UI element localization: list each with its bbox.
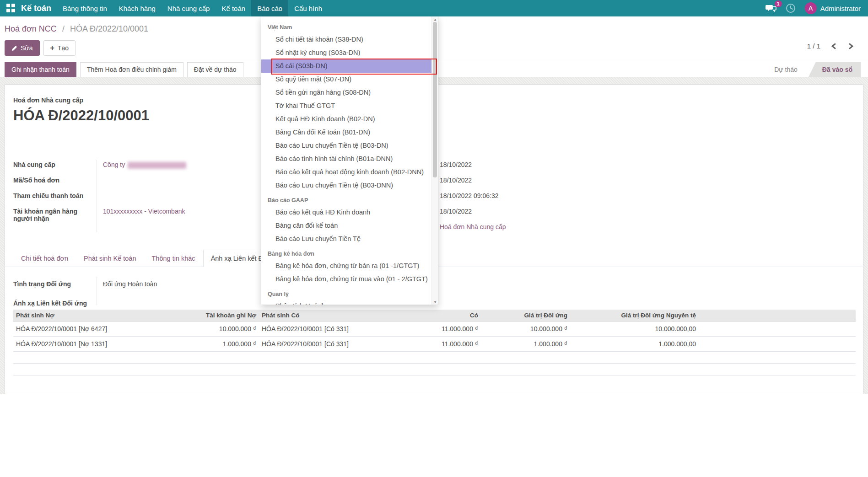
field-label: Tài khoản ngân hàng người nhận (13, 207, 97, 222)
cell: HÓA Đ/2022/10/0001 [Nợ 6427] (13, 322, 170, 337)
apps-menu-icon[interactable] (6, 4, 16, 13)
field-row-tai-khoan-ngan-hang-nguoi-nhan: Tài khoản ngân hàng người nhận101xxxxxxx… (13, 207, 288, 222)
nav-item-ke-toan[interactable]: Kế toán (216, 0, 251, 16)
right-field-group: 18/10/202218/10/202218/10/2022 09:06:321… (440, 161, 506, 239)
cell: HÓA Đ/2022/10/0001 [Có 331] (259, 337, 410, 352)
pager-next-icon[interactable] (847, 43, 854, 50)
app-name[interactable]: Kế toán (20, 0, 57, 16)
odoo-accounting-page: Kế toán Bảng thông tinKhách hàngNhà cung… (0, 0, 868, 477)
field-label: Tham chiếu thanh toán (13, 191, 97, 199)
top-navbar: Kế toán Bảng thông tinKhách hàngNhà cung… (0, 0, 868, 16)
field-label: Mã/Số hoá đơn (13, 176, 97, 184)
dropdown-section-viet-nam: Việt Nam (261, 22, 432, 33)
user-menu[interactable]: A Administrator (805, 2, 861, 14)
counterpart-status-field: Tình trạng Đối ứng Đối ứng Hoàn toàn (13, 279, 157, 288)
field-row-ma-so-hoa-don: Mã/Số hoá đơn (13, 176, 288, 191)
field-value-nha-cung-cap[interactable]: Công ty (103, 160, 186, 169)
column-header-phat-sinh-no[interactable]: Phát sinh Nợ (13, 310, 170, 322)
menu-item-so-tien-gui-ngan-hang-s08-dn[interactable]: Sổ tiền gửi ngân hàng (S08-DN) (261, 86, 432, 99)
menu-item-bang-can-doi-ke-toan[interactable]: Bảng cân đối kế toán (261, 219, 432, 232)
menu-item-bao-cao-tinh-hinh-tai-chinh-b01a-dnn[interactable]: Báo cáo tình hình tài chính (B01a-DNN) (261, 152, 432, 166)
stage-widget: Dự thảo Đã vào sổ (763, 62, 868, 77)
scrollbar-down-icon[interactable]: ▼ (432, 300, 438, 304)
action-button-ghi-nhan-thanh-toan[interactable]: Ghi nhận thanh toán (5, 62, 76, 77)
document-title: HÓA Đ/2022/10/0001 (13, 107, 149, 124)
action-button-them-hoa-don-dieu-chinh-giam[interactable]: Thêm Hoá đơn điều chỉnh giảm (80, 62, 183, 77)
cell: 11.000.000 ₫ (410, 322, 481, 337)
field-value: 18/10/2022 09:06:32 (440, 192, 506, 208)
table-row[interactable]: HÓA Đ/2022/10/0001 [Nợ 1331]1.000.000 ₫H… (13, 337, 856, 352)
menu-item-to-khai-thue-gtgt[interactable]: Tờ khai Thuế GTGT (261, 99, 432, 113)
cell: 1.000.000 ₫ (170, 337, 259, 352)
column-header-co[interactable]: Có (410, 310, 481, 322)
menu-item-bang-ke-hoa-don-chung-tu-ban-ra-01-1-gtgt[interactable]: Bảng kê hóa đơn, chứng từ bán ra (01 -1/… (261, 259, 432, 273)
dropdown-scrollbar[interactable]: ▲ ▼ (431, 16, 438, 305)
cell: 10.000.000,00 (570, 322, 699, 337)
column-header-tai-khoan-ghi-no[interactable]: Tài khoản ghi Nợ (170, 310, 259, 322)
pager: 1 / 1 (807, 42, 854, 50)
table-empty-row (13, 364, 856, 375)
menu-item-phan-tich-hoa-don[interactable]: Phân tích Hoá đơn (261, 300, 432, 305)
menu-item-bao-cao-luu-chuyen-tien-te-b03-dnn[interactable]: Báo cáo Lưu chuyển Tiền tệ (B03-DNN) (261, 179, 432, 192)
breadcrumb-parent-link[interactable]: Hoá đơn NCC (5, 24, 57, 33)
menu-item-so-nhat-ky-chung-s03a-dn[interactable]: Sổ nhật ký chung (S03a-DN) (261, 46, 432, 59)
cell: 1.000.000,00 (570, 337, 699, 352)
field-value[interactable]: Hoá đơn Nhà cung cấp (440, 223, 506, 239)
mapping-table-title: Ánh xạ Liên kết Đối ứng (13, 300, 87, 307)
menu-item-bao-cao-ket-qua-hd-kinh-doanh[interactable]: Báo cáo kết quả HĐ Kinh doanh (261, 206, 432, 219)
mapping-table: Phát sinh NợTài khoản ghi NợPhát sinh Có… (13, 310, 856, 375)
tab-chi-tiet-hoa-don[interactable]: Chi tiết hoá đơn (13, 250, 76, 267)
cell-spacer (699, 322, 856, 337)
messages-icon[interactable]: 1 (766, 4, 776, 13)
field-value: Đối ứng Hoàn toàn (103, 279, 157, 288)
column-header-gia-tri-doi-ung-nguyen-te[interactable]: Giá trị Đối ứng Nguyên tệ (570, 310, 699, 322)
stage-posted[interactable]: Đã vào sổ (809, 62, 861, 77)
cell: 10.000.000 ₫ (170, 322, 259, 337)
create-button[interactable]: + Tạo (43, 40, 75, 56)
reports-dropdown-menu: Việt NamSổ chi tiết tài khoản (S38-DN)Sổ… (261, 16, 438, 305)
menu-item-so-quy-tien-mat-s07-dn[interactable]: Sổ quỹ tiền mặt (S07-DN) (261, 73, 432, 86)
messages-count-badge: 1 (775, 0, 782, 7)
scrollbar-thumb[interactable] (433, 22, 437, 177)
stage-draft[interactable]: Dự thảo (763, 66, 809, 73)
tab-thong-tin-khac[interactable]: Thông tin khác (144, 250, 203, 267)
menu-item-so-cai-s03b-dn[interactable]: Sổ cái (S03b-DN) (261, 59, 432, 73)
activities-clock-icon[interactable] (786, 3, 796, 13)
menu-item-bao-cao-ket-qua-hoat-dong-kinh-doanh-b02-dnn[interactable]: Báo cáo kết quả hoạt động kinh doanh (B0… (261, 166, 432, 179)
nav-item-khach-hang[interactable]: Khách hàng (113, 0, 162, 16)
menu-item-bang-can-doi-ke-toan-b01-dn[interactable]: Bảng Cân đối Kế toán (B01-DN) (261, 126, 432, 139)
column-header-gia-tri-doi-ung[interactable]: Giá trị Đối ứng (481, 310, 570, 322)
scrollbar-up-icon[interactable]: ▲ (432, 18, 438, 21)
statusbar-buttons: Ghi nhận thanh toánThêm Hoá đơn điều chỉ… (5, 62, 243, 77)
table-row[interactable]: HÓA Đ/2022/10/0001 [Nợ 6427]10.000.000 ₫… (13, 322, 856, 337)
field-value: 18/10/2022 (440, 208, 506, 223)
field-value-tai-khoan-ngan-hang-nguoi-nhan[interactable]: 101xxxxxxxxx - Vietcombank (103, 207, 185, 215)
cell: 1.000.000 ₫ (481, 337, 570, 352)
dropdown-section-bang-ke-hoa-don: Bảng kê hóa đơn (261, 248, 432, 259)
tab-phat-sinh-ke-toan[interactable]: Phát sinh Kế toán (76, 250, 144, 267)
menu-item-so-chi-tiet-tai-khoan-s38-dn[interactable]: Sổ chi tiết tài khoản (S38-DN) (261, 33, 432, 46)
nav-item-bao-cao[interactable]: Báo cáo (251, 0, 288, 16)
avatar: A (805, 2, 817, 14)
redacted-text (128, 162, 186, 169)
pager-count: 1 / 1 (807, 42, 820, 50)
menu-item-bao-cao-luu-chuyen-tien-te[interactable]: Báo cáo Lưu chuyển Tiền Tệ (261, 232, 432, 246)
nav-item-cau-hinh[interactable]: Cấu hình (288, 0, 328, 16)
column-header-spacer (699, 310, 856, 322)
action-button-dat-ve-du-thao[interactable]: Đặt về dự thảo (187, 62, 243, 77)
dropdown-section-bao-cao-gaap: Báo cáo GAAP (261, 195, 432, 206)
cell: 11.000.000 ₫ (410, 337, 481, 352)
menu-item-bang-ke-hoa-don-chung-tu-mua-vao-01-2-gtgt[interactable]: Bảng kê hóa đơn, chứng từ mua vào (01 - … (261, 273, 432, 286)
field-label: Tình trạng Đối ứng (13, 279, 97, 288)
pencil-icon (11, 45, 17, 51)
edit-button[interactable]: Sửa (5, 40, 40, 56)
topbar-right: 1 A Administrator (766, 0, 868, 16)
main-menu: Bảng thông tinKhách hàngNhà cung cấpKế t… (57, 0, 328, 16)
pager-previous-icon[interactable] (830, 43, 837, 50)
column-header-phat-sinh-co[interactable]: Phát sinh Có (259, 310, 410, 322)
menu-item-bao-cao-luu-chuyen-tien-te-b03-dn[interactable]: Báo cáo Lưu chuyển Tiền tệ (B03-DN) (261, 139, 432, 152)
user-name: Administrator (820, 5, 861, 12)
nav-item-nha-cung-cap[interactable]: Nhà cung cấp (162, 0, 216, 16)
nav-item-bang-thong-tin[interactable]: Bảng thông tin (57, 0, 113, 16)
menu-item-ket-qua-hd-kinh-doanh-b02-dn[interactable]: Kết quả HĐ Kinh doanh (B02-DN) (261, 113, 432, 126)
